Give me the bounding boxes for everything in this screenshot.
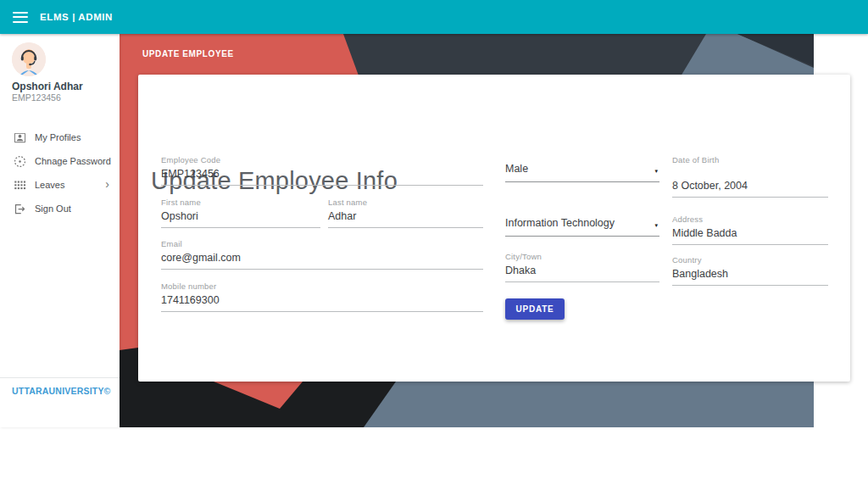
field-value: Dhaka xyxy=(505,265,659,281)
field-label: Date of Birth xyxy=(672,155,828,164)
mobile-number-field[interactable]: Mobile number 1741169300 xyxy=(161,281,483,312)
sign-out-icon xyxy=(14,203,26,215)
contact-card-icon xyxy=(14,131,26,144)
department-select[interactable]: Information Technology ▾ xyxy=(505,217,659,237)
field-label: Address xyxy=(672,215,828,224)
field-label: City/Town xyxy=(505,252,659,261)
user-code: EMP123456 xyxy=(12,92,61,103)
field-label: First name xyxy=(161,198,320,207)
field-value: 8 October, 2004 xyxy=(672,180,828,197)
update-button[interactable]: UPDATE xyxy=(505,298,565,320)
city-field[interactable]: City/Town Dhaka xyxy=(505,252,659,282)
date-of-birth-field[interactable]: Date of Birth 8 October, 2004 xyxy=(672,155,828,198)
sidebar-item-leaves[interactable]: Leaves › xyxy=(0,173,120,197)
select-value: Information Technology xyxy=(505,217,659,236)
field-value: Opshori xyxy=(161,210,320,227)
field-value: Middle Badda xyxy=(672,227,828,244)
field-label: Last name xyxy=(328,198,483,207)
field-label: Country xyxy=(672,255,828,265)
sidebar-item-label: Sign Out xyxy=(35,203,71,214)
first-name-field[interactable]: First name Opshori xyxy=(161,198,320,228)
sidebar-item-my-profiles[interactable]: My Profiles xyxy=(0,125,120,149)
address-field[interactable]: Address Middle Badda xyxy=(672,215,828,245)
select-value: Male xyxy=(505,163,659,181)
country-field[interactable]: Country Bangladesh xyxy=(672,255,828,286)
dropdown-arrow-icon: ▾ xyxy=(654,168,658,174)
field-label: Employee Code xyxy=(161,155,483,164)
sidebar-item-label: Chnage Password xyxy=(35,156,111,166)
last-name-field[interactable]: Last name Adhar xyxy=(328,198,483,228)
employee-code-field[interactable]: Employee Code EMP123456 xyxy=(161,155,483,186)
page: ELMS | ADMIN UPDATE EMPLOYEE xyxy=(0,0,868,496)
sidebar-divider xyxy=(0,377,120,378)
user-name: Opshori Adhar xyxy=(12,81,83,92)
support-agent-avatar xyxy=(12,42,46,76)
grid-icon xyxy=(14,179,26,192)
app-title: ELMS | ADMIN xyxy=(40,12,113,22)
sidebar-item-label: Leaves xyxy=(35,180,64,190)
field-label: Mobile number xyxy=(161,281,483,291)
dropdown-arrow-icon: ▾ xyxy=(654,222,658,228)
gender-select[interactable]: Male ▾ xyxy=(505,163,659,182)
user-avatar[interactable] xyxy=(12,42,46,76)
sidebar: Opshori Adhar EMP123456 My Profiles xyxy=(0,34,120,427)
email-field[interactable]: Email core@gmail.com xyxy=(161,239,483,270)
hamburger-icon[interactable] xyxy=(13,12,28,23)
dial-icon xyxy=(14,155,26,168)
field-value: Bangladesh xyxy=(672,268,828,285)
field-value: EMP123456 xyxy=(161,168,483,185)
field-value: 1741169300 xyxy=(161,294,483,311)
field-value: core@gmail.com xyxy=(161,252,483,269)
topbar: ELMS | ADMIN xyxy=(0,0,868,34)
update-employee-card: Update Employee Info Employee Code EMP12… xyxy=(138,75,850,382)
sidebar-item-change-password[interactable]: Chnage Password xyxy=(0,149,120,173)
sidebar-nav: My Profiles Chnage Password xyxy=(0,125,120,220)
field-label: Email xyxy=(161,239,483,248)
sidebar-item-sign-out[interactable]: Sign Out xyxy=(0,197,120,220)
field-value: Adhar xyxy=(328,210,483,227)
footer-brand-link[interactable]: UTTARAUNIVERSITY© xyxy=(12,386,111,396)
page-heading: UPDATE EMPLOYEE xyxy=(142,49,234,59)
sidebar-item-label: My Profiles xyxy=(35,132,81,142)
chevron-right-icon: › xyxy=(105,178,109,190)
